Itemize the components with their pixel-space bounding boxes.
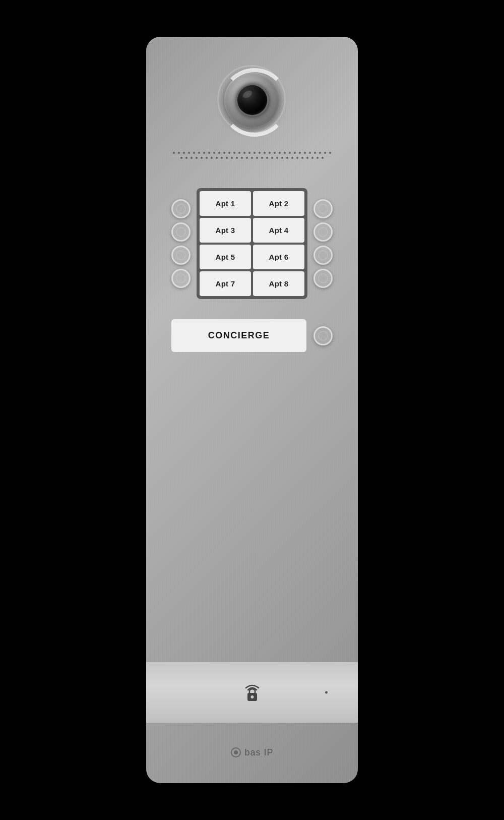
call-ring-inner xyxy=(318,227,328,237)
speaker-dot xyxy=(183,152,185,154)
apt-6-button[interactable]: Apt 6 xyxy=(253,245,304,269)
speaker-dot xyxy=(188,152,190,154)
call-ring-inner xyxy=(176,227,186,237)
speaker-dot xyxy=(180,157,182,159)
speaker-dot xyxy=(304,152,306,154)
speaker-dot xyxy=(311,157,313,159)
apt-7-button[interactable]: Apt 7 xyxy=(200,271,251,296)
call-ring-inner xyxy=(176,273,186,283)
speaker-dot xyxy=(248,152,250,154)
camera-lens xyxy=(236,84,269,116)
speaker-dot xyxy=(329,152,331,154)
speaker-dot xyxy=(233,152,235,154)
rfid-icon[interactable] xyxy=(238,679,266,707)
speaker-dot xyxy=(198,152,200,154)
call-ring-apt4-right[interactable] xyxy=(313,222,333,242)
speaker-dot xyxy=(259,152,261,154)
call-ring-apt8-right[interactable] xyxy=(313,269,333,288)
call-ring-apt2-right[interactable] xyxy=(313,199,333,218)
speaker-dot xyxy=(206,157,208,159)
speaker-dot xyxy=(241,157,243,159)
speaker-dot xyxy=(314,152,316,154)
speaker-dot xyxy=(306,157,308,159)
speaker-dot xyxy=(216,157,218,159)
call-ring-inner xyxy=(318,204,328,214)
speaker-dot xyxy=(299,152,301,154)
speaker-dot xyxy=(228,152,230,154)
speaker-dot xyxy=(226,157,228,159)
speaker-dot xyxy=(238,152,240,154)
speaker-dot xyxy=(276,157,278,159)
camera-housing xyxy=(224,72,280,128)
speaker-dot xyxy=(203,152,205,154)
speaker-dot xyxy=(289,152,291,154)
speaker-dot xyxy=(236,157,238,159)
speaker-dot xyxy=(269,152,271,154)
apt-1-button[interactable]: Apt 1 xyxy=(200,191,251,216)
call-ring-apt1-left[interactable] xyxy=(171,199,191,218)
speaker-dot xyxy=(286,157,288,159)
speaker-dot xyxy=(309,152,311,154)
apt-8-button[interactable]: Apt 8 xyxy=(253,271,304,296)
speaker-dot xyxy=(185,157,187,159)
call-ring-apt6-right[interactable] xyxy=(313,246,333,265)
call-ring-apt7-left[interactable] xyxy=(171,269,191,288)
speaker-dot xyxy=(266,157,268,159)
intercom-panel: Apt 1 Apt 2 Apt 3 Apt 4 Apt 5 Apt 6 Apt … xyxy=(146,37,358,783)
left-call-rings xyxy=(171,199,191,288)
call-ring-inner xyxy=(176,204,186,214)
speaker-dot xyxy=(324,152,326,154)
concierge-section: CONCIERGE xyxy=(171,319,333,352)
speaker-dot xyxy=(196,157,198,159)
speaker-dot xyxy=(271,157,273,159)
apt-4-button[interactable]: Apt 4 xyxy=(253,218,304,243)
call-ring-apt5-left[interactable] xyxy=(171,246,191,265)
speaker-dot xyxy=(301,157,303,159)
speaker-dot xyxy=(274,152,276,154)
call-ring-inner xyxy=(318,331,328,341)
speaker-dot xyxy=(246,157,248,159)
speaker-dot xyxy=(251,157,253,159)
svg-point-1 xyxy=(250,695,254,698)
speaker-dot xyxy=(256,157,258,159)
speaker-dot xyxy=(279,152,281,154)
right-call-rings xyxy=(313,199,333,288)
speaker-dot xyxy=(281,157,283,159)
speaker-dot xyxy=(231,157,233,159)
speaker-dot xyxy=(254,152,256,154)
speaker-dot xyxy=(317,157,319,159)
apt-buttons-section: Apt 1 Apt 2 Apt 3 Apt 4 Apt 5 Apt 6 Apt … xyxy=(171,188,333,299)
rfid-svg xyxy=(238,679,266,707)
apt-2-button[interactable]: Apt 2 xyxy=(253,191,304,216)
camera-section xyxy=(224,72,280,128)
speaker-dot xyxy=(178,152,180,154)
concierge-button[interactable]: CONCIERGE xyxy=(171,319,306,352)
speaker-dot xyxy=(291,157,293,159)
speaker-dot xyxy=(211,157,213,159)
speaker-dot xyxy=(223,152,225,154)
brand-logo-icon xyxy=(230,747,241,758)
call-ring-inner xyxy=(176,250,186,260)
brand-name: bas IP xyxy=(244,747,273,758)
speaker-dot xyxy=(201,157,203,159)
call-ring-inner xyxy=(318,273,328,283)
speaker-dot xyxy=(213,152,215,154)
speaker-dots xyxy=(171,148,333,163)
call-ring-inner xyxy=(318,250,328,260)
concierge-call-ring[interactable] xyxy=(313,326,333,345)
call-ring-apt3-left[interactable] xyxy=(171,222,191,242)
speaker-dot xyxy=(208,152,210,154)
apt-grid: Apt 1 Apt 2 Apt 3 Apt 4 Apt 5 Apt 6 Apt … xyxy=(197,188,307,299)
speaker-dot xyxy=(193,152,195,154)
speaker-dot xyxy=(243,152,245,154)
speaker-dot xyxy=(191,157,193,159)
svg-point-3 xyxy=(234,750,238,754)
speaker-dot xyxy=(173,152,175,154)
apt-3-button[interactable]: Apt 3 xyxy=(200,218,251,243)
speaker-dot xyxy=(218,152,220,154)
rfid-strip xyxy=(146,662,358,723)
apt-5-button[interactable]: Apt 5 xyxy=(200,245,251,269)
speaker-dot xyxy=(319,152,321,154)
logo-section: bas IP xyxy=(230,747,273,758)
speaker-dot xyxy=(296,157,298,159)
